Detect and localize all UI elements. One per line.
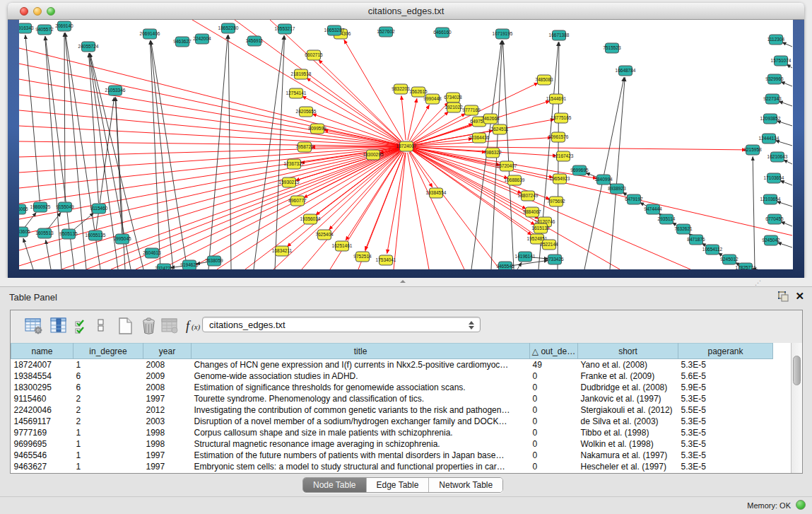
- graph-node[interactable]: 14196141: [515, 252, 536, 262]
- graph-node[interactable]: 2242004: [193, 34, 211, 44]
- scrollbar-thumb[interactable]: [793, 356, 801, 385]
- graph-node[interactable]: 6466160: [433, 28, 452, 37]
- graph-node[interactable]: 18652280: [218, 23, 239, 33]
- checklist-icon[interactable]: [73, 316, 89, 338]
- graph-node[interactable]: 8099599: [308, 124, 326, 134]
- column-header-in_degree[interactable]: in_degree: [73, 344, 143, 359]
- graph-node[interactable]: 1840994: [594, 175, 613, 185]
- graph-node[interactable]: 17534041: [376, 255, 396, 265]
- graph-node[interactable]: 6770455: [765, 214, 784, 224]
- graph-node[interactable]: 7632621: [674, 224, 693, 234]
- graph-node[interactable]: 10961576: [548, 132, 569, 142]
- graph-node[interactable]: 16648784: [616, 66, 636, 76]
- graph-node[interactable]: 18807249: [518, 191, 539, 201]
- import-table-icon[interactable]: [160, 316, 179, 338]
- graph-node[interactable]: 8938923: [608, 184, 626, 194]
- tab-edge-table[interactable]: Edge Table: [367, 478, 430, 492]
- table-row[interactable]: 2242004622012Investigating the contribut…: [11, 404, 773, 416]
- graph-node[interactable]: 9832203: [392, 84, 410, 94]
- graph-node[interactable]: 7515523: [603, 43, 621, 53]
- graph-node[interactable]: 6734028: [444, 93, 462, 103]
- graph-node[interactable]: 8215958: [743, 145, 762, 155]
- vertical-scrollbar[interactable]: [791, 343, 802, 473]
- graph-node[interactable]: 9699695: [570, 165, 589, 175]
- column-header-pagerank[interactable]: pagerank: [678, 344, 773, 359]
- graph-node[interactable]: 11544691: [546, 94, 567, 104]
- resize-handle-icon[interactable]: ⋰: [755, 279, 761, 286]
- graph-node[interactable]: 9329966: [765, 74, 784, 84]
- graph-node[interactable]: 1733426: [546, 255, 564, 264]
- graph-node[interactable]: 1112304: [767, 35, 785, 45]
- network-graph[interactable]: 1872400715924306660271521819518127541412…: [19, 20, 793, 269]
- graph-node[interactable]: 9990448: [423, 94, 442, 104]
- graph-node[interactable]: 10553217: [275, 24, 295, 34]
- float-panel-icon[interactable]: [777, 291, 789, 303]
- graph-node[interactable]: 7462664: [481, 114, 500, 124]
- table-row[interactable]: 969969511998Structural magnetic resonanc…: [11, 438, 773, 450]
- column-header-short[interactable]: short: [578, 344, 678, 359]
- table-row[interactable]: 946362711997Embryonic stem cells: a mode…: [11, 461, 773, 472]
- delete-icon[interactable]: [140, 316, 158, 339]
- column-header-title[interactable]: title: [192, 344, 530, 359]
- panel-divider[interactable]: ⋰: [0, 278, 812, 286]
- graph-node[interactable]: 9245012: [720, 255, 739, 264]
- graph-node[interactable]: 1605513: [35, 228, 54, 238]
- table-row[interactable]: 977716911998Corpus callosum shape and si…: [11, 427, 773, 438]
- graph-node[interactable]: 9463627: [173, 37, 192, 47]
- graph-node[interactable]: 2604613: [143, 248, 161, 258]
- table-row[interactable]: 946554611997Estimation of the future num…: [11, 450, 773, 461]
- table-row[interactable]: 1938455462009Genome-wide association stu…: [11, 370, 773, 382]
- graph-node[interactable]: 9194625: [180, 260, 199, 269]
- table-row[interactable]: 911546021997Tourette syndrome. Phenomeno…: [11, 393, 773, 404]
- graph-node[interactable]: 1456911: [246, 36, 264, 46]
- graph-node[interactable]: 9115460: [90, 204, 108, 214]
- graph-node[interactable]: 2069140: [55, 21, 73, 31]
- graph-node[interactable]: 6602715: [305, 50, 323, 60]
- graph-node[interactable]: 17103654: [764, 173, 784, 183]
- graph-node[interactable]: 16671388: [549, 30, 570, 40]
- graph-node[interactable]: 1916343: [19, 23, 34, 33]
- graph-node[interactable]: 2935114: [658, 214, 676, 224]
- table-row[interactable]: 1872400712008Changes of HCN gene express…: [11, 359, 773, 370]
- graph-node[interactable]: 9752514: [353, 252, 372, 262]
- table-selector[interactable]: citations_edges.txt: [202, 317, 481, 332]
- column-header-year[interactable]: year: [143, 344, 192, 359]
- graph-node[interactable]: 9777169: [462, 105, 481, 115]
- graph-node[interactable]: 1615132: [531, 223, 550, 233]
- graph-node[interactable]: 9405572: [35, 25, 54, 35]
- graph-node[interactable]: 9474444: [644, 204, 662, 214]
- graph-node[interactable]: 1995045: [113, 234, 131, 244]
- graph-node[interactable]: 1921022: [445, 103, 463, 112]
- graph-node[interactable]: 18775165: [551, 113, 572, 123]
- graph-node[interactable]: 16251461: [332, 241, 353, 251]
- graph-node[interactable]: 9245042: [762, 235, 780, 245]
- graph-node[interactable]: 2526065: [19, 204, 28, 214]
- rows-icon[interactable]: [96, 316, 106, 338]
- graph-node[interactable]: 9505135: [59, 229, 78, 239]
- graph-node[interactable]: 1562615: [409, 87, 428, 97]
- new-document-icon[interactable]: [117, 316, 134, 339]
- graph-node[interactable]: 9227343: [763, 94, 782, 104]
- table-settings-icon[interactable]: [24, 316, 43, 338]
- graph-node[interactable]: 21819518: [291, 69, 312, 79]
- graph-node[interactable]: 15751074: [771, 56, 792, 66]
- graph-node[interactable]: 15720407: [497, 161, 517, 171]
- table-row[interactable]: 1830029562008Estimation of significance …: [11, 382, 773, 393]
- graph-node[interactable]: 19384554: [426, 188, 447, 198]
- graph-node[interactable]: 1527602: [377, 27, 395, 37]
- graph-node[interactable]: 1933605: [19, 227, 30, 237]
- graph-node[interactable]: 19860925: [30, 202, 51, 212]
- graph-node[interactable]: 7986322: [483, 148, 502, 158]
- graph-node[interactable]: 21053346: [105, 86, 126, 95]
- graph-node[interactable]: 7958723: [295, 142, 314, 152]
- graph-node[interactable]: 24055724: [78, 42, 99, 52]
- network-canvas[interactable]: 1872400715924306660271521819518127541412…: [19, 20, 793, 269]
- graph-node[interactable]: 12444134: [759, 134, 779, 144]
- graph-node[interactable]: 6479197: [625, 194, 643, 204]
- graph-node[interactable]: 3624511: [491, 124, 509, 134]
- graph-node[interactable]: 8960777: [288, 196, 307, 206]
- graph-node[interactable]: 9155049: [56, 202, 74, 212]
- graph-node[interactable]: 7485083: [535, 75, 553, 85]
- graph-node[interactable]: 8471876: [687, 235, 705, 245]
- window-titlebar[interactable]: citations_edges.txt: [8, 3, 804, 20]
